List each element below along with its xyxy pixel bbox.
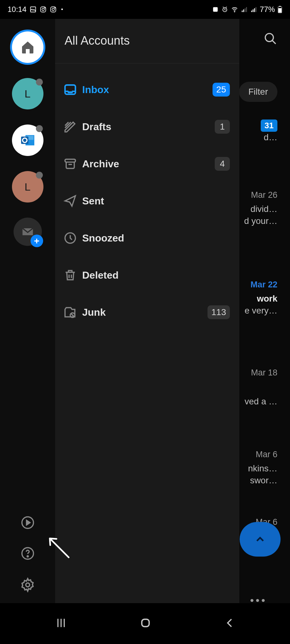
folder-label: Snoozed xyxy=(82,232,230,244)
svg-point-21 xyxy=(265,34,274,42)
folder-count: 25 xyxy=(213,83,230,97)
status-dot-icon xyxy=(36,172,43,179)
status-dot-icon xyxy=(36,125,43,132)
gear-icon xyxy=(20,577,35,592)
account-initial: L xyxy=(25,181,31,193)
folder-label: Deleted xyxy=(82,269,230,281)
folder-inbox[interactable]: Inbox 25 xyxy=(55,71,239,108)
email-preview[interactable]: d… xyxy=(264,130,277,142)
email-preview[interactable]: Mar 26 divid… d your… xyxy=(244,190,277,226)
folder-drafts[interactable]: Drafts 1 xyxy=(55,108,239,145)
status-bar: 10:14 • xyxy=(0,0,290,19)
gallery-icon xyxy=(30,6,37,13)
svg-rect-16 xyxy=(254,8,255,12)
folder-label: Sent xyxy=(82,195,230,207)
system-nav-bar xyxy=(0,603,290,644)
account-1-button[interactable]: L xyxy=(12,78,43,109)
folder-archive[interactable]: Archive 4 xyxy=(55,145,239,182)
svg-rect-12 xyxy=(245,8,246,12)
play-button[interactable] xyxy=(21,516,35,531)
account-2-button[interactable]: L xyxy=(12,171,43,203)
svg-point-3 xyxy=(44,8,45,8)
search-icon[interactable] xyxy=(264,32,277,47)
svg-point-2 xyxy=(42,8,44,10)
app-icon xyxy=(212,6,219,13)
junk-icon xyxy=(58,305,82,319)
svg-rect-20 xyxy=(279,6,281,7)
folder-label: Drafts xyxy=(82,121,215,133)
svg-rect-31 xyxy=(65,159,76,162)
nav-home-button[interactable] xyxy=(139,617,152,630)
svg-rect-14 xyxy=(251,11,252,12)
compose-fab[interactable] xyxy=(240,522,281,557)
home-account-button[interactable] xyxy=(12,31,43,63)
sent-icon xyxy=(58,194,82,208)
home-icon xyxy=(20,40,35,55)
date-badge: 31 xyxy=(261,119,277,132)
signal-icon xyxy=(250,6,257,13)
drawer-title: All Accounts xyxy=(55,19,239,64)
instagram-icon xyxy=(50,6,57,13)
folder-count: 113 xyxy=(208,305,230,319)
accounts-rail: L L + xyxy=(0,19,55,603)
svg-rect-17 xyxy=(255,7,256,12)
nav-back-button[interactable] xyxy=(224,617,235,630)
svg-rect-15 xyxy=(253,9,253,12)
nav-recents-button[interactable] xyxy=(55,617,67,630)
email-preview[interactable]: Mar 18 ved a … xyxy=(245,368,277,407)
instagram-icon xyxy=(40,6,47,13)
svg-point-6 xyxy=(54,8,55,8)
email-preview[interactable]: Mar 22 work e very… xyxy=(245,280,277,316)
navigation-drawer: L L + xyxy=(0,19,239,603)
battery-percent: 77% xyxy=(260,5,275,14)
help-icon xyxy=(21,547,35,560)
snoozed-icon xyxy=(58,231,82,245)
svg-point-9 xyxy=(234,11,235,12)
folder-sent[interactable]: Sent xyxy=(55,182,239,219)
help-button[interactable] xyxy=(21,547,35,562)
filter-button[interactable]: Filter xyxy=(239,82,277,102)
folder-label: Inbox xyxy=(82,84,213,96)
more-notifications-dot-icon: • xyxy=(61,6,63,13)
svg-rect-10 xyxy=(242,11,243,12)
svg-rect-19 xyxy=(278,8,281,13)
svg-rect-13 xyxy=(246,7,247,12)
folder-label: Archive xyxy=(82,158,215,170)
settings-button[interactable] xyxy=(20,577,35,594)
filter-label: Filter xyxy=(248,87,268,97)
folder-snoozed[interactable]: Snoozed xyxy=(55,219,239,257)
recents-icon xyxy=(55,617,67,629)
folder-list: Inbox 25 Drafts 1 Archive 4 xyxy=(55,64,239,331)
add-account-button[interactable]: + xyxy=(14,218,42,246)
archive-icon xyxy=(58,157,82,171)
wifi-icon xyxy=(231,6,238,13)
drafts-icon xyxy=(58,120,82,134)
svg-point-28 xyxy=(27,556,28,557)
svg-rect-7 xyxy=(213,7,218,12)
folder-junk[interactable]: Junk 113 xyxy=(55,294,239,331)
signal-icon xyxy=(241,6,248,13)
folder-count: 1 xyxy=(215,120,230,134)
svg-point-29 xyxy=(26,583,30,587)
back-icon xyxy=(224,617,235,629)
folder-deleted[interactable]: Deleted xyxy=(55,257,239,294)
svg-rect-34 xyxy=(142,619,149,626)
plus-icon: + xyxy=(31,235,43,247)
account-initial: L xyxy=(25,88,31,100)
email-preview[interactable]: Mar 6 nkins… swor… xyxy=(248,450,277,486)
status-dot-icon xyxy=(36,79,43,86)
drawer-main: All Accounts Inbox 25 Drafts 1 xyxy=(55,19,239,603)
svg-rect-11 xyxy=(243,9,244,12)
trash-icon xyxy=(58,268,82,282)
folder-label: Junk xyxy=(82,307,208,318)
folder-count: 4 xyxy=(215,157,230,171)
outlook-icon xyxy=(19,131,37,149)
account-outlook-button[interactable] xyxy=(12,125,43,156)
play-icon xyxy=(21,516,35,530)
svg-point-5 xyxy=(52,8,54,10)
inbox-icon xyxy=(58,83,82,97)
home-nav-icon xyxy=(139,617,152,629)
status-time: 10:14 xyxy=(8,5,26,14)
alarm-icon xyxy=(221,6,228,13)
chevron-up-icon xyxy=(254,533,266,546)
